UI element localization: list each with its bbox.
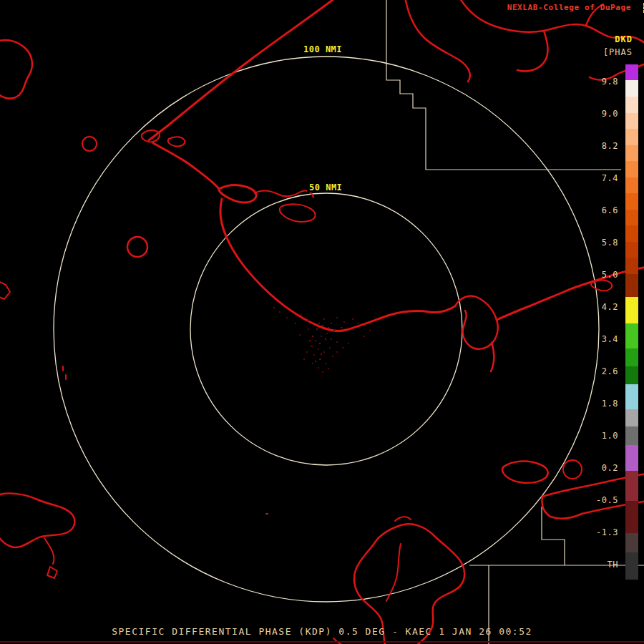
coastline-outlines — [0, 0, 644, 644]
colorbar-segment — [625, 366, 638, 384]
colorbar-tick-label: 4.2 — [584, 291, 618, 323]
colorbar-tick-label: 7.4 — [584, 162, 618, 194]
colorbar-segment — [625, 97, 638, 113]
status-bar-text: SPECIFIC DIFFERENTIAL PHASE (KDP) 0.5 DE… — [0, 626, 644, 637]
colorbar-tick-label: TH — [584, 548, 618, 580]
colorbar-tick-label: 5.8 — [584, 226, 618, 258]
attribution-title: NEXLAB-College of DuPage — [507, 3, 631, 12]
colorbar-tick-label: -0.5 — [584, 484, 618, 516]
colorbar — [625, 64, 638, 580]
colorbar-segment — [625, 297, 638, 323]
colorbar-segment — [625, 258, 638, 274]
colorbar-tick-label: 3.4 — [584, 323, 618, 355]
colorbar-segment — [625, 445, 638, 471]
colorbar-segment — [625, 426, 638, 445]
colorbar-segment — [625, 161, 638, 177]
colorbar-segment — [625, 552, 638, 580]
colorbar-tick-label: 6.6 — [584, 194, 618, 226]
colorbar-segment — [625, 471, 638, 501]
colorbar-segment — [625, 533, 638, 552]
colorbar-segment — [625, 348, 638, 366]
colorbar-segment — [625, 384, 638, 409]
range-ring-label-50nmi: 50 NMI — [307, 182, 344, 192]
range-ring-label-100nmi: 100 NMI — [301, 44, 344, 54]
colorbar-tick-labels: 9.8 9.0 8.2 7.4 6.6 5.8 5.0 4.2 3.4 2.6 … — [584, 65, 618, 580]
product-unit-label: [PHAS — [603, 47, 633, 57]
radar-map — [0, 0, 644, 644]
product-code: DKD — [615, 34, 633, 44]
colorbar-segment — [625, 210, 638, 225]
colorbar-segment — [625, 145, 638, 161]
colorbar-segment — [625, 225, 638, 242]
colorbar-segment — [625, 409, 638, 426]
small-lake-outline — [563, 460, 582, 479]
colorbar-segment — [625, 113, 638, 129]
colorbar-segment — [625, 64, 638, 80]
colorbar-tick-label: -1.3 — [584, 516, 618, 548]
colorbar-segment — [625, 501, 638, 533]
small-lake-outline — [127, 237, 147, 257]
colorbar-segment — [625, 80, 638, 97]
colorbar-tick-label: 1.0 — [584, 419, 618, 452]
colorbar-segment — [625, 193, 638, 210]
radar-echoes — [273, 308, 371, 372]
colorbar-segment — [625, 274, 638, 297]
colorbar-tick-label: 9.0 — [584, 97, 618, 130]
colorbar-segment — [625, 242, 638, 258]
colorbar-tick-label: 9.8 — [584, 65, 618, 97]
colorbar-tick-label: 5.0 — [584, 258, 618, 291]
small-lake-outline — [82, 137, 97, 151]
colorbar-segment — [625, 129, 638, 145]
colorbar-tick-label: 1.8 — [584, 387, 618, 419]
colorbar-tick-label: 8.2 — [584, 130, 618, 162]
colorbar-tick-label: 2.6 — [584, 355, 618, 387]
colorbar-segment — [625, 177, 638, 193]
radar-display: 100 NMI 50 NMI NEXLAB-College of DuPage … — [0, 0, 644, 644]
colorbar-tick-label: 0.2 — [584, 452, 618, 484]
colorbar-segment — [625, 323, 638, 348]
